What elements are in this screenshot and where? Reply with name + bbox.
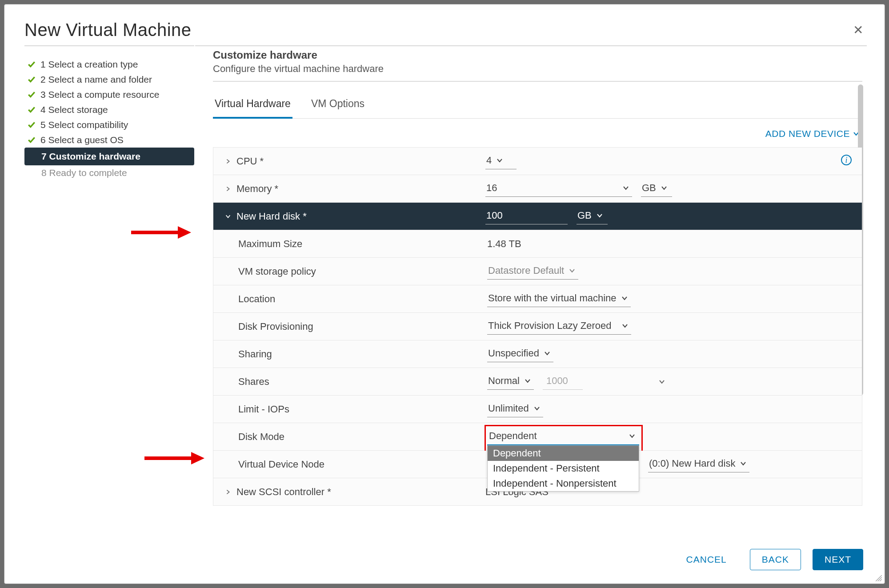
disk-mode-option[interactable]: Dependent [488, 446, 639, 461]
cancel-button[interactable]: CANCEL [675, 549, 738, 570]
hardware-grid: CPU * 4 i [213, 147, 862, 506]
chevron-down-icon [533, 405, 541, 412]
chevron-down-icon [524, 377, 531, 384]
row-cpu: CPU * 4 i [213, 148, 862, 175]
check-icon [27, 105, 36, 114]
section-subtitle: Configure the virtual machine hardware [213, 63, 862, 75]
value-max-size: 1.48 TB [487, 238, 852, 250]
chevron-down-icon [596, 212, 603, 219]
chevron-down-icon [544, 350, 551, 357]
row-memory: Memory * 16 GB [213, 175, 862, 203]
chevron-down-icon [496, 157, 503, 164]
wizard-step-1[interactable]: 1 Select a creation type [24, 57, 194, 72]
row-shares: Shares Normal 1000 [213, 368, 862, 396]
wizard-step-7[interactable]: 7 Customize hardware [24, 148, 194, 165]
input-memory[interactable]: 16 [485, 180, 632, 197]
select-disk-mode[interactable]: Dependent [487, 428, 639, 445]
input-shares-value[interactable]: 1000 [543, 373, 583, 390]
chevron-right-icon[interactable] [224, 186, 232, 192]
label-memory: Memory * [236, 183, 485, 195]
select-location[interactable]: Store with the virtual machine [487, 291, 631, 307]
select-storage-policy[interactable]: Datastore Default [487, 263, 578, 280]
disk-mode-option[interactable]: Independent - Persistent [488, 461, 639, 476]
resize-handle-icon[interactable] [875, 574, 883, 582]
dialog-title: New Virtual Machine [24, 20, 192, 40]
wizard-step-6[interactable]: 6 Select a guest OS [24, 132, 194, 148]
tabs: Virtual HardwareVM Options [213, 82, 862, 119]
back-button[interactable]: BACK [750, 549, 801, 570]
row-sharing: Sharing Unspecified [213, 340, 862, 368]
wizard-step-2[interactable]: 2 Select a name and folder [24, 72, 194, 87]
row-hard-disk: New Hard disk * 100 GB [213, 203, 862, 230]
new-vm-dialog: New Virtual Machine ✕ 1 Select a creatio… [4, 4, 885, 584]
chevron-down-icon [621, 322, 629, 329]
svg-text:i: i [845, 156, 847, 164]
disk-mode-dropdown: DependentIndependent - PersistentIndepen… [487, 445, 639, 492]
input-disk-size[interactable]: 100 [485, 208, 568, 224]
check-icon [27, 120, 36, 129]
row-disk-mode: Disk Mode Dependent DependentIndependent… [213, 423, 862, 451]
label-cpu: CPU * [236, 156, 485, 167]
select-virtual-device-node[interactable]: (0:0) New Hard disk [648, 456, 749, 472]
chevron-down-icon [621, 295, 628, 302]
select-limit-iops[interactable]: Unlimited [487, 401, 543, 417]
select-shares[interactable]: Normal [487, 373, 534, 390]
add-new-device-button[interactable]: ADD NEW DEVICE [765, 128, 860, 139]
row-disk-provisioning: Disk Provisioning Thick Provision Lazy Z… [213, 313, 862, 340]
wizard-step-4[interactable]: 4 Select storage [24, 102, 194, 117]
select-disk-provisioning[interactable]: Thick Provision Lazy Zeroed [487, 318, 631, 335]
tab-virtual-hardware[interactable]: Virtual Hardware [213, 92, 292, 119]
chevron-right-icon[interactable] [224, 158, 232, 164]
wizard-steps: 1 Select a creation type2 Select a name … [24, 45, 194, 541]
select-sharing[interactable]: Unspecified [487, 346, 553, 362]
wizard-step-8: 8 Ready to complete [24, 165, 194, 180]
wizard-step-3[interactable]: 3 Select a compute resource [24, 87, 194, 102]
info-icon[interactable]: i [841, 154, 852, 168]
select-disk-unit[interactable]: GB [577, 208, 608, 224]
row-location: Location Store with the virtual machine [213, 285, 862, 313]
chevron-down-icon [740, 460, 747, 467]
label-scsi: New SCSI controller * [236, 486, 485, 498]
close-icon[interactable]: ✕ [853, 23, 863, 37]
footer: CANCEL BACK NEXT [24, 541, 867, 570]
select-memory-unit[interactable]: GB [641, 180, 672, 197]
main-panel: Customize hardware Configure the virtual… [195, 45, 867, 541]
next-button[interactable]: NEXT [813, 549, 863, 570]
section-title: Customize hardware [213, 49, 862, 61]
chevron-down-icon [629, 432, 636, 440]
check-icon [27, 136, 36, 144]
row-limit-iops: Limit - IOPs Unlimited [213, 396, 862, 423]
tab-vm-options[interactable]: VM Options [309, 92, 366, 118]
disk-mode-option[interactable]: Independent - Nonpersistent [488, 476, 639, 491]
select-cpu[interactable]: 4 [485, 153, 517, 169]
chevron-down-icon [661, 184, 668, 192]
check-icon [27, 60, 36, 69]
label-hard-disk: New Hard disk * [236, 211, 485, 222]
chevron-right-icon[interactable] [224, 489, 232, 495]
label-max-size: Maximum Size [238, 238, 487, 250]
chevron-down-icon[interactable] [658, 378, 665, 385]
row-storage-policy: VM storage policy Datastore Default [213, 258, 862, 285]
check-icon [27, 90, 36, 99]
chevron-down-icon[interactable] [224, 213, 232, 220]
row-max-size: Maximum Size 1.48 TB [213, 230, 862, 258]
wizard-step-5[interactable]: 5 Select compatibility [24, 117, 194, 132]
chevron-down-icon [569, 267, 576, 274]
check-icon [27, 75, 36, 84]
chevron-down-icon [622, 184, 629, 192]
